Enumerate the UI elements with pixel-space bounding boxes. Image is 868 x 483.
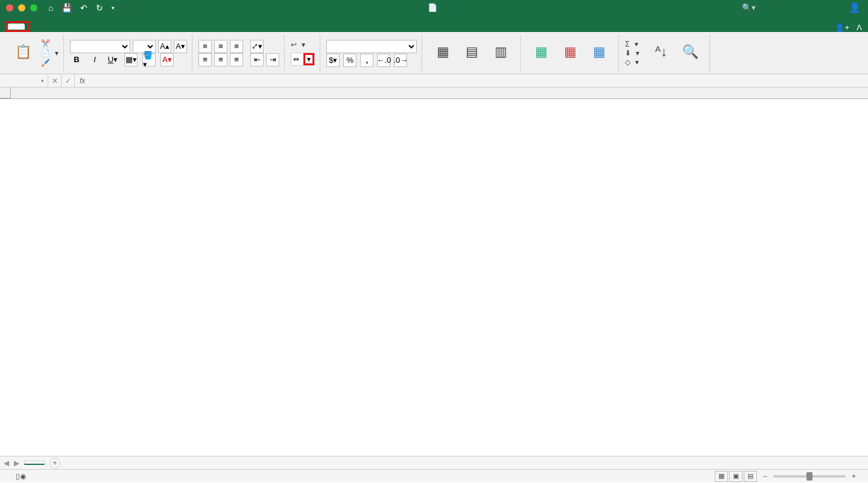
select-all-corner[interactable] (0, 88, 11, 98)
decrease-font-icon[interactable]: A▾ (174, 40, 187, 53)
formula-bar: ▾ ✕ ✓ fx (0, 74, 868, 88)
paste-button[interactable]: 📋 (8, 35, 37, 71)
view-page-layout-icon[interactable]: ▣ (729, 471, 743, 482)
zoom-out-icon[interactable]: − (763, 472, 767, 481)
share-button[interactable]: 👤+ (835, 23, 849, 32)
wrap-icon: ↩ (291, 40, 297, 49)
percent-icon[interactable]: % (343, 54, 356, 67)
align-right-icon[interactable]: ≡ (230, 53, 243, 66)
tab-insert[interactable] (30, 26, 47, 32)
qat-dropdown-icon[interactable]: ▾ (112, 5, 115, 11)
maximize-window-icon[interactable] (30, 4, 37, 11)
sort-filter-button[interactable]: ᴬ↓ (647, 35, 676, 71)
autosum-button[interactable]: Σ ▾ (625, 40, 639, 48)
undo-icon[interactable]: ↶ (80, 3, 87, 13)
delete-cells-button[interactable]: ▦ (556, 35, 584, 71)
insert-cells-button[interactable]: ▦ (527, 35, 556, 71)
group-editing: Σ ▾ ⬇ ▾ ◇ ▾ ᴬ↓ 🔍 (620, 34, 710, 72)
tab-data[interactable] (107, 26, 124, 32)
name-box[interactable]: ▾ (0, 74, 48, 88)
save-icon[interactable]: 💾 (62, 3, 72, 13)
quick-access-toolbar: ⌂ 💾 ↶ ↻ ▾ (48, 3, 115, 13)
fx-icon[interactable]: fx (75, 77, 90, 85)
clear-button[interactable]: ◇ ▾ (625, 58, 639, 66)
italic-button[interactable]: I (88, 53, 101, 66)
currency-icon[interactable]: $▾ (326, 54, 340, 67)
magnify-icon: 🔍 (682, 44, 699, 60)
align-middle-icon[interactable]: ≡ (214, 40, 227, 53)
conditional-formatting-button[interactable]: ▦ (428, 35, 457, 71)
redo-icon[interactable]: ↻ (96, 3, 103, 13)
sheet-nav-next-icon[interactable]: ▶ (14, 459, 19, 467)
close-window-icon[interactable] (6, 4, 13, 11)
increase-indent-icon[interactable]: ⇥ (266, 53, 279, 66)
format-as-table-button[interactable]: ▤ (457, 35, 486, 71)
group-clipboard: 📋 ✂️ 📄 ▾ 🖌️ (4, 34, 64, 72)
underline-button[interactable]: U▾ (106, 53, 119, 66)
copy-button[interactable]: 📄 ▾ (41, 49, 59, 57)
tab-page-layout[interactable] (69, 26, 86, 32)
align-top-icon[interactable]: ≡ (198, 40, 212, 53)
cell-styles-button[interactable]: ▥ (486, 35, 515, 71)
tab-formulas[interactable] (88, 26, 105, 32)
zoom-slider[interactable] (773, 475, 846, 478)
view-normal-icon[interactable]: ▦ (715, 471, 728, 482)
border-button[interactable]: ▦▾ (124, 53, 138, 66)
search-sheet[interactable]: 🔍▾ (742, 3, 838, 12)
highlight-home (5, 21, 30, 32)
bold-button[interactable]: B (70, 53, 83, 66)
table-icon: ▤ (466, 44, 478, 60)
formula-input[interactable] (90, 76, 868, 85)
font-color-button[interactable]: A▾ (160, 53, 174, 66)
namebox-dropdown-icon[interactable]: ▾ (41, 78, 44, 84)
fill-button[interactable]: ⬇ ▾ (625, 49, 639, 57)
minimize-window-icon[interactable] (18, 4, 25, 11)
zoom-in-icon[interactable]: + (852, 472, 856, 481)
merge-center-button[interactable]: ⇔ ▾ (291, 53, 315, 66)
view-page-break-icon[interactable]: ▤ (744, 471, 757, 482)
eraser-icon: ◇ (625, 58, 630, 66)
number-format-select[interactable] (326, 40, 417, 53)
fill-down-icon: ⬇ (625, 49, 631, 57)
orientation-icon[interactable]: ⤢▾ (250, 40, 264, 53)
sheet-nav-prev-icon[interactable]: ◀ (4, 459, 9, 467)
collapse-ribbon-icon[interactable]: ᐱ (857, 23, 862, 32)
group-wrap-merge: ↩ ▾ ⇔ ▾ (286, 34, 320, 72)
fill-color-button[interactable]: 🪣▾ (142, 53, 156, 66)
cancel-formula-icon[interactable]: ✕ (48, 74, 62, 88)
home-icon[interactable]: ⌂ (48, 3, 53, 13)
tab-home[interactable] (8, 24, 25, 30)
align-bottom-icon[interactable]: ≡ (230, 40, 243, 53)
tab-developer[interactable] (165, 26, 182, 32)
tab-review[interactable] (127, 26, 144, 32)
align-center-icon[interactable]: ≡ (214, 53, 227, 66)
wrap-text-button[interactable]: ↩ ▾ (291, 40, 315, 49)
document-title: 📄 (428, 3, 441, 12)
account-icon[interactable]: 👤 (849, 2, 861, 13)
tab-view[interactable] (146, 26, 163, 32)
comma-icon[interactable]: , (360, 54, 373, 67)
copy-icon: 📄 (41, 49, 50, 57)
format-painter-button[interactable]: 🖌️ (41, 59, 59, 67)
sheet-tab-1[interactable] (24, 461, 45, 465)
enter-formula-icon[interactable]: ✓ (62, 74, 75, 88)
merge-dropdown-icon[interactable]: ▾ (303, 53, 314, 65)
format-cells-button[interactable]: ▦ (584, 35, 613, 71)
search-input[interactable] (759, 3, 838, 12)
cut-button[interactable]: ✂️ (41, 39, 59, 48)
align-left-icon[interactable]: ≡ (198, 53, 212, 66)
group-cells: ▦ ▦ ▦ (522, 34, 619, 72)
decrease-decimal-icon[interactable]: .0→ (394, 54, 407, 67)
find-select-button[interactable]: 🔍 (676, 35, 705, 71)
add-sheet-button[interactable]: + (49, 458, 60, 469)
increase-font-icon[interactable]: A▴ (158, 40, 171, 53)
font-name-select[interactable] (70, 40, 130, 53)
delete-icon: ▦ (564, 44, 577, 60)
merge-icon: ⇔ (293, 55, 299, 63)
macro-record-icon[interactable]: ▯◉ (16, 472, 26, 481)
tab-draw[interactable] (49, 26, 66, 32)
increase-decimal-icon[interactable]: ←.0 (377, 54, 390, 67)
decrease-indent-icon[interactable]: ⇤ (250, 53, 264, 66)
clipboard-icon: 📋 (15, 44, 31, 60)
spreadsheet-grid[interactable] (0, 88, 868, 456)
